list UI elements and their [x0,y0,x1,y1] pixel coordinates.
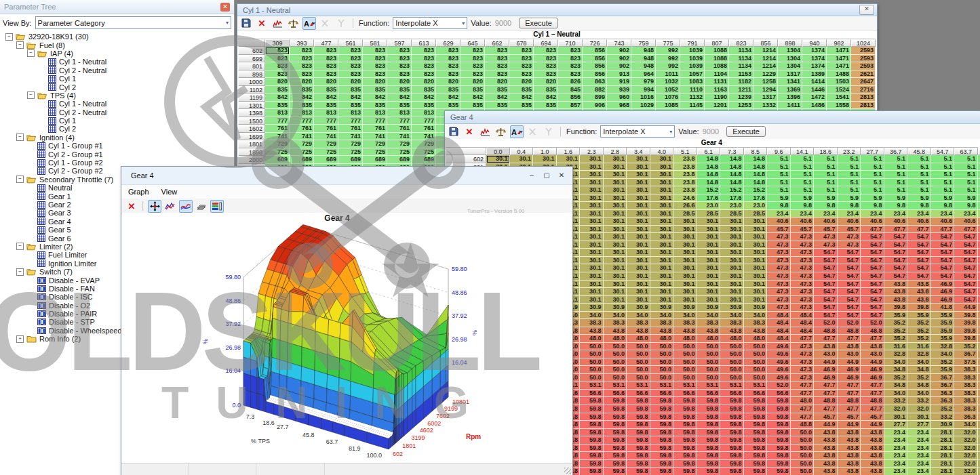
cell[interactable]: 30.1 [580,241,604,249]
cell[interactable]: 56.6 [604,390,627,398]
cell[interactable]: 14.8 [697,179,721,187]
cell[interactable]: 9.8 [884,202,908,210]
cell[interactable]: 1134 [729,55,753,63]
cell[interactable]: 59.8 [720,405,744,413]
cell[interactable]: 835 [265,86,290,94]
cell[interactable]: 5.1 [931,171,955,179]
cell[interactable]: 30.1 [697,249,721,257]
cell[interactable]: 43.8 [861,343,884,351]
cell[interactable]: 59.8 [627,445,650,453]
cell[interactable]: 30.1 [744,249,768,257]
cell[interactable]: 50.0 [791,468,815,475]
row-header[interactable]: 898 [238,70,265,79]
cell[interactable]: 741 [387,133,412,141]
cell[interactable]: 1088 [705,62,729,70]
cell[interactable]: 30.1 [627,171,650,179]
cell[interactable]: 23.4 [767,210,791,218]
cell[interactable]: 902 [607,47,631,55]
cell[interactable]: 1239 [729,94,753,102]
cell[interactable]: 34.8 [884,366,908,374]
cell[interactable]: 813 [363,109,387,117]
cell[interactable]: 1039 [680,55,705,63]
cell[interactable]: 30.1 [650,194,674,203]
cell[interactable]: 968 [607,102,631,110]
cell[interactable]: 49.6 [767,358,791,367]
tree-item[interactable]: Cyl 1 - Group #1 [3,142,234,150]
cell[interactable]: 23.8 [673,186,697,194]
cell[interactable]: 50.0 [627,350,650,358]
column-header[interactable]: 18.6 [814,148,838,155]
cell[interactable]: 725 [290,148,314,157]
cell[interactable]: 50.0 [580,343,604,351]
save-icon[interactable] [240,18,252,29]
cell[interactable]: 23.4 [907,468,931,475]
cell[interactable]: 47.7 [861,390,884,398]
cell[interactable]: 1304 [778,47,802,55]
cell[interactable]: 979 [631,78,656,86]
cell[interactable]: 15.2 [720,186,744,194]
cell[interactable]: 5.1 [838,179,861,187]
cell[interactable]: 1558 [827,102,851,110]
cell[interactable]: 59.8 [767,405,791,413]
cell[interactable]: 994 [631,86,656,94]
cell[interactable]: 50.0 [791,429,815,437]
cell[interactable]: 39.8 [884,304,908,312]
cell[interactable]: 56.6 [744,390,768,398]
cell[interactable]: 32.0 [907,405,931,413]
row-header[interactable]: 602 [446,155,486,163]
cell[interactable]: 59.8 [604,468,627,475]
cell[interactable]: 23.4 [931,210,955,218]
cell[interactable]: 30.1 [673,241,697,249]
cell[interactable]: 5.9 [931,194,955,203]
cell[interactable]: 729 [412,140,436,148]
cell[interactable]: 35.9 [931,366,955,374]
cell[interactable]: 47.7 [931,226,955,234]
cell[interactable]: 729 [387,140,412,148]
cell[interactable]: 36.3 [954,413,978,421]
cell[interactable]: 47.3 [767,272,791,281]
cell[interactable]: 33.2 [907,397,931,405]
cell[interactable]: 823 [314,47,338,55]
cell[interactable]: 14.8 [744,155,768,163]
cell[interactable]: 5.1 [907,171,931,179]
cell[interactable]: 5.1 [791,163,815,171]
cell[interactable]: 835 [290,102,314,110]
cell[interactable]: 43.8 [861,436,884,445]
tree-item[interactable]: Cyl 2 [3,83,234,91]
cell[interactable]: 59.8 [604,452,627,460]
cell[interactable]: 30.9 [604,304,627,312]
cell[interactable]: 30.1 [627,186,650,194]
cell[interactable]: 36.7 [954,350,978,358]
cell[interactable]: 59.8 [580,445,604,453]
cell[interactable]: 913 [607,70,631,79]
cell[interactable]: 59.8 [697,468,721,475]
column-header[interactable]: 726 [583,39,607,47]
cell[interactable]: 54.7 [954,288,978,296]
cell[interactable]: 56.6 [627,390,650,398]
cell[interactable]: 856 [583,62,607,70]
cell[interactable]: 835 [314,102,338,110]
cell[interactable]: 59.8 [767,421,791,429]
interp-y-icon[interactable] [335,18,347,29]
cell[interactable]: 43.8 [907,288,931,296]
column-header[interactable]: 393 [290,39,314,47]
cell[interactable]: 43.0 [814,350,838,358]
cell[interactable]: 32.0 [954,468,978,475]
cell[interactable]: 38.3 [744,319,768,327]
cell[interactable]: 30.1 [580,281,604,289]
cell[interactable]: 38.3 [954,390,978,398]
cell[interactable]: 47.7 [791,335,815,343]
cell[interactable]: 53.1 [744,381,768,390]
tree-item[interactable]: Cyl 2 - Group #1 [3,150,234,158]
cell[interactable]: 59.8 [650,421,674,429]
cell[interactable]: 50.0 [604,350,627,358]
cell[interactable] [978,171,980,179]
cell[interactable]: 30.1 [580,296,604,304]
cell[interactable]: 32.0 [884,405,908,413]
cell[interactable]: 1488 [827,70,851,79]
tree-item[interactable]: Cyl 2 - Neutral [3,66,234,75]
cell[interactable]: 30.1 [604,264,627,272]
cell[interactable]: 59.8 [673,436,697,445]
cell[interactable]: 59.8 [604,421,627,429]
cell[interactable]: 44.9 [838,421,861,429]
